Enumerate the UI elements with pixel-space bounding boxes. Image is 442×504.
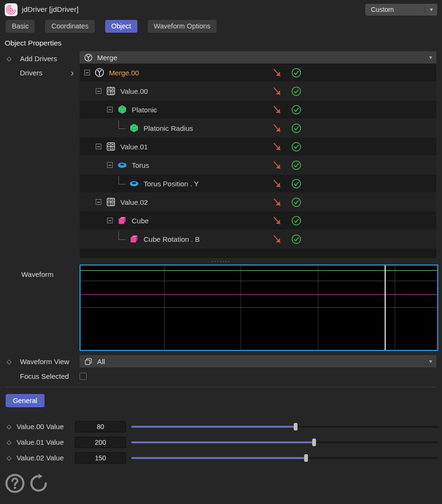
focus-selected-row: Focus Selected <box>0 369 80 383</box>
waveform-green-line <box>81 270 437 271</box>
chevron-down-icon[interactable]: ▾ <box>429 358 432 365</box>
grid-hline <box>81 307 437 308</box>
chevron-right-icon[interactable]: › <box>71 68 80 77</box>
tree-row-cube-rotation-b[interactable]: Cube Rotation . B <box>80 230 436 248</box>
platonic-icon <box>117 104 127 115</box>
tree-row-platonic[interactable]: Platonic <box>80 101 436 119</box>
enabled-check-icon[interactable] <box>291 197 302 208</box>
cube-icon <box>117 215 127 226</box>
slider-handle[interactable] <box>312 439 316 446</box>
expander-icon[interactable] <box>107 218 113 223</box>
value00-input[interactable] <box>75 421 126 432</box>
tree-row-torus[interactable]: Torus <box>80 156 436 174</box>
tree-connector <box>118 231 126 240</box>
keyframe-disabled-icon[interactable] <box>272 68 282 78</box>
enabled-check-icon[interactable] <box>291 104 302 115</box>
keyframe-disabled-icon[interactable] <box>272 123 282 133</box>
tree-connector <box>118 120 126 129</box>
keyframe-disabled-icon[interactable] <box>272 142 282 152</box>
value01-row: ◇ Value.01 Value <box>0 434 442 450</box>
cube-icon <box>129 234 139 244</box>
diamond-icon: ◇ <box>7 423 11 430</box>
app-rose-icon <box>5 3 18 16</box>
general-tab-button[interactable]: General <box>6 394 45 407</box>
splitter-handle[interactable]: ······· <box>0 258 442 265</box>
tree-row-merge00[interactable]: Merge.00 <box>80 64 436 82</box>
value00-label: Value.00 Value <box>17 422 70 431</box>
drivers-group[interactable]: Drivers › <box>0 65 80 80</box>
slider-handle[interactable] <box>304 454 308 462</box>
help-button[interactable] <box>5 473 25 494</box>
value00-row: ◇ Value.00 Value <box>0 419 442 434</box>
tree-row-label: Value.02 <box>120 198 148 206</box>
enabled-check-icon[interactable] <box>291 123 302 134</box>
keyframe-disabled-icon[interactable] <box>272 216 282 226</box>
enabled-check-icon[interactable] <box>291 86 302 97</box>
waveform-display[interactable] <box>80 265 438 351</box>
slider-fill <box>131 426 296 428</box>
value00-slider[interactable] <box>131 423 438 431</box>
enabled-check-icon[interactable] <box>291 178 302 189</box>
expander-icon[interactable] <box>96 199 101 205</box>
enabled-check-icon[interactable] <box>291 160 302 171</box>
tree-row-value01[interactable]: Value.01 <box>80 137 436 156</box>
waveform-view-dropdown[interactable]: All ▾ <box>80 355 436 367</box>
enabled-check-icon[interactable] <box>291 67 302 78</box>
tree-row-cube[interactable]: Cube <box>80 211 436 230</box>
tree-row-value00[interactable]: Value.00 <box>80 82 436 101</box>
tab-object[interactable]: Object <box>105 20 137 33</box>
keyframe-disabled-icon[interactable] <box>272 160 282 170</box>
platonic-icon <box>129 123 139 133</box>
enabled-check-icon[interactable] <box>291 141 302 152</box>
merge-type-dropdown[interactable]: Merge ▾ <box>80 51 436 64</box>
enabled-check-icon[interactable] <box>291 215 302 226</box>
keyframe-disabled-icon[interactable] <box>272 86 282 96</box>
add-drivers-button[interactable]: ◇ Add Drivers <box>0 51 80 65</box>
keyframe-disabled-icon[interactable] <box>272 234 282 244</box>
reset-button[interactable] <box>28 473 49 494</box>
tree-row-label: Merge.00 <box>109 69 139 77</box>
slider-handle[interactable] <box>294 423 298 431</box>
playhead-cursor[interactable] <box>385 266 386 350</box>
chevron-down-icon[interactable]: ▾ <box>429 54 432 61</box>
driver-tree: Merge.00 Value.00 Platonic <box>80 64 436 258</box>
chevron-down-icon[interactable]: ▾ <box>425 6 437 13</box>
expander-icon[interactable] <box>96 88 101 94</box>
preset-dropdown[interactable]: Custom ▾ <box>365 4 437 16</box>
tree-row-torus-position-y[interactable]: Torus Position . Y <box>80 174 436 193</box>
expander-icon[interactable] <box>96 144 101 149</box>
window-title: jdDriver [jdDriver] <box>22 5 79 14</box>
value01-input[interactable] <box>75 437 126 448</box>
title-bar: jdDriver [jdDriver] Custom ▾ <box>0 0 442 19</box>
waveform-magenta-line <box>81 294 437 295</box>
slider-fill <box>131 457 306 459</box>
diamond-icon: ◇ <box>7 55 12 62</box>
merge-icon <box>94 67 105 78</box>
tab-coordinates[interactable]: Coordinates <box>45 20 94 33</box>
value01-slider[interactable] <box>131 439 438 446</box>
keyframe-disabled-icon[interactable] <box>272 179 282 189</box>
add-drivers-label: Add Drivers <box>20 55 57 63</box>
divider <box>6 387 436 387</box>
tab-basic[interactable]: Basic <box>6 20 35 33</box>
keyframe-disabled-icon[interactable] <box>272 197 282 207</box>
focus-selected-checkbox[interactable] <box>80 373 87 380</box>
torus-icon <box>129 178 139 189</box>
tree-row-value02[interactable]: Value.02 <box>80 193 436 211</box>
tab-waveform-options[interactable]: Waveform Options <box>148 20 217 33</box>
value01-label: Value.01 Value <box>17 438 70 446</box>
grid-hline <box>81 281 437 281</box>
merge-type-value: Merge <box>97 54 117 62</box>
torus-icon <box>117 160 127 170</box>
merge-icon <box>84 53 93 62</box>
expander-icon[interactable] <box>84 70 90 75</box>
enabled-check-icon[interactable] <box>291 234 302 245</box>
expander-icon[interactable] <box>107 162 113 168</box>
value02-slider[interactable] <box>131 454 438 462</box>
keyframe-disabled-icon[interactable] <box>272 105 282 115</box>
expander-icon[interactable] <box>107 107 113 112</box>
value02-input[interactable] <box>75 452 126 464</box>
drivers-label: Drivers <box>20 69 43 77</box>
tree-row-platonic-radius[interactable]: Platonic Radius <box>80 119 436 137</box>
value-icon <box>106 141 116 152</box>
